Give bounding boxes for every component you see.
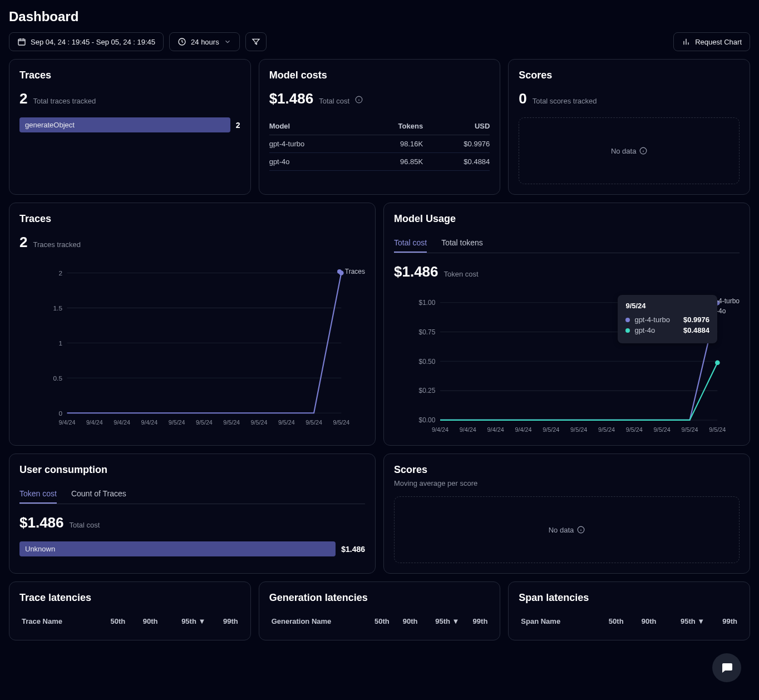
col-tokens[interactable]: Tokens [359, 117, 423, 135]
col-p90[interactable]: 90th [127, 613, 160, 630]
svg-text:1.5: 1.5 [53, 304, 63, 312]
tab-total-cost[interactable]: Total cost [394, 234, 427, 253]
user-consumption-bar-value: $1.486 [341, 545, 365, 554]
page-title: Dashboard [9, 9, 750, 24]
col-p50[interactable]: 50th [593, 613, 626, 630]
col-name[interactable]: Span Name [519, 613, 593, 630]
span-latencies-table: Span Name 50th 90th 95th ▼ 99th [519, 613, 740, 630]
tab-token-cost[interactable]: Token cost [19, 485, 57, 504]
model-usage-sub: Token cost [444, 270, 479, 278]
date-range-button[interactable]: Sep 04, 24 : 19:45 - Sep 05, 24 : 19:45 [9, 32, 164, 51]
svg-rect-0 [18, 39, 25, 45]
user-consumption-card: User consumption Token cost Count of Tra… [9, 453, 376, 574]
generation-latencies-table: Generation Name 50th 90th 95th ▼ 99th [269, 613, 490, 630]
nodata-text: No data [611, 147, 637, 155]
scores-value: 0 [519, 90, 526, 107]
model-costs-title: Model costs [269, 70, 490, 81]
request-chart-label: Request Chart [695, 38, 742, 46]
svg-text:9/5/24: 9/5/24 [196, 419, 213, 426]
request-chart-button[interactable]: Request Chart [673, 32, 750, 51]
svg-text:$0.50: $0.50 [419, 358, 436, 366]
svg-text:9/4/24: 9/4/24 [114, 419, 130, 426]
col-p95[interactable]: 95th ▼ [658, 613, 707, 630]
clock-icon [178, 37, 186, 46]
cell-usd: $0.9976 [423, 135, 490, 153]
span-latencies-card: Span latencies Span Name 50th 90th 95th … [508, 581, 750, 640]
col-usd[interactable]: USD [423, 117, 490, 135]
svg-text:9/5/24: 9/5/24 [709, 426, 726, 433]
info-icon[interactable] [355, 96, 363, 103]
svg-text:0.5: 0.5 [53, 374, 63, 382]
traces-bar-item[interactable]: generateObject [19, 117, 230, 132]
model-usage-card: Model Usage Total cost Total tokens $1.4… [383, 203, 750, 446]
col-p99[interactable]: 99th [208, 613, 240, 630]
col-p99[interactable]: 99th [707, 613, 740, 630]
trace-latencies-table: Trace Name 50th 90th 95th ▼ 99th [19, 613, 240, 630]
col-p90[interactable]: 90th [392, 613, 420, 630]
col-p50[interactable]: 50th [95, 613, 127, 630]
tab-count-traces[interactable]: Count of Traces [71, 485, 126, 504]
svg-text:9/5/24: 9/5/24 [626, 426, 643, 433]
cell-usd: $0.4884 [423, 153, 490, 171]
svg-text:9/4/24: 9/4/24 [141, 419, 157, 426]
chat-button[interactable] [712, 653, 741, 657]
chart-tooltip: 9/5/24 gpt-4-turbo $0.9976 gpt-4o $0.488… [618, 295, 717, 343]
tab-total-tokens[interactable]: Total tokens [441, 234, 483, 253]
svg-text:9/4/24: 9/4/24 [86, 419, 103, 426]
col-p90[interactable]: 90th [626, 613, 659, 630]
user-consumption-bar[interactable]: Unknown [19, 541, 336, 556]
svg-point-48 [715, 360, 720, 365]
col-p50[interactable]: 50th [363, 613, 392, 630]
cell-model: gpt-4o [269, 153, 360, 171]
period-button[interactable]: 24 hours [169, 32, 240, 51]
col-p95[interactable]: 95th ▼ [420, 613, 462, 630]
col-name[interactable]: Trace Name [19, 613, 95, 630]
table-row[interactable]: gpt-4-turbo 98.16K $0.9976 [269, 135, 490, 153]
model-costs-value: $1.486 [269, 90, 314, 107]
traces-chart-card: Traces 2 Traces tracked Traces 00.511.52… [9, 203, 376, 446]
scores-nodata: No data [519, 117, 740, 184]
tooltip-row: gpt-4-turbo $0.9976 [625, 316, 709, 324]
col-p95[interactable]: 95th ▼ [160, 613, 208, 630]
scores-card: Scores 0 Total scores tracked No data [508, 59, 750, 195]
svg-text:1: 1 [58, 339, 62, 347]
svg-text:9/5/24: 9/5/24 [570, 426, 587, 433]
model-usage-title: Model Usage [394, 213, 740, 225]
svg-text:9/5/24: 9/5/24 [169, 419, 185, 426]
chart-icon [682, 37, 691, 46]
svg-text:$0.25: $0.25 [419, 387, 436, 395]
col-model[interactable]: Model [269, 117, 360, 135]
svg-text:9/5/24: 9/5/24 [305, 419, 322, 426]
filter-button[interactable] [245, 32, 267, 51]
traces-count: 2 [19, 90, 27, 107]
date-range-label: Sep 04, 24 : 19:45 - Sep 05, 24 : 19:45 [31, 38, 155, 46]
trace-latencies-card: Trace latencies Trace Name 50th 90th 95t… [9, 581, 251, 640]
info-icon [577, 526, 585, 534]
col-name[interactable]: Generation Name [269, 613, 363, 630]
traces-chart-value: 2 [19, 234, 27, 251]
svg-text:$0.00: $0.00 [419, 416, 436, 424]
model-costs-table: Model Tokens USD gpt-4-turbo 98.16K $0.9… [269, 117, 490, 171]
model-usage-value: $1.486 [394, 263, 438, 280]
traces-line-chart: 00.511.529/4/249/4/249/4/249/4/249/5/249… [19, 261, 365, 428]
toolbar: Sep 04, 24 : 19:45 - Sep 05, 24 : 19:45 … [9, 32, 750, 51]
cell-tokens: 96.85K [359, 153, 423, 171]
svg-text:2: 2 [58, 269, 62, 277]
svg-text:9/4/24: 9/4/24 [460, 426, 476, 433]
traces-card: Traces 2 Total traces tracked generateOb… [9, 59, 251, 195]
user-consumption-title: User consumption [19, 464, 365, 476]
tooltip-value: $0.4884 [683, 326, 709, 334]
svg-text:9/5/24: 9/5/24 [278, 419, 295, 426]
traces-sub: Total traces tracked [33, 97, 96, 105]
col-p99[interactable]: 99th [461, 613, 490, 630]
tooltip-date: 9/5/24 [625, 302, 709, 310]
generation-latencies-card: Generation latencies Generation Name 50t… [259, 581, 501, 640]
svg-text:9/5/24: 9/5/24 [333, 419, 349, 426]
traces-card-title: Traces [19, 70, 240, 81]
traces-chart: Traces 00.511.529/4/249/4/249/4/249/4/24… [19, 261, 365, 428]
svg-text:9/5/24: 9/5/24 [543, 426, 559, 433]
scores-chart-desc: Moving average per score [394, 479, 740, 487]
table-row[interactable]: gpt-4o 96.85K $0.4884 [269, 153, 490, 171]
svg-text:9/5/24: 9/5/24 [251, 419, 268, 426]
cell-model: gpt-4-turbo [269, 135, 360, 153]
